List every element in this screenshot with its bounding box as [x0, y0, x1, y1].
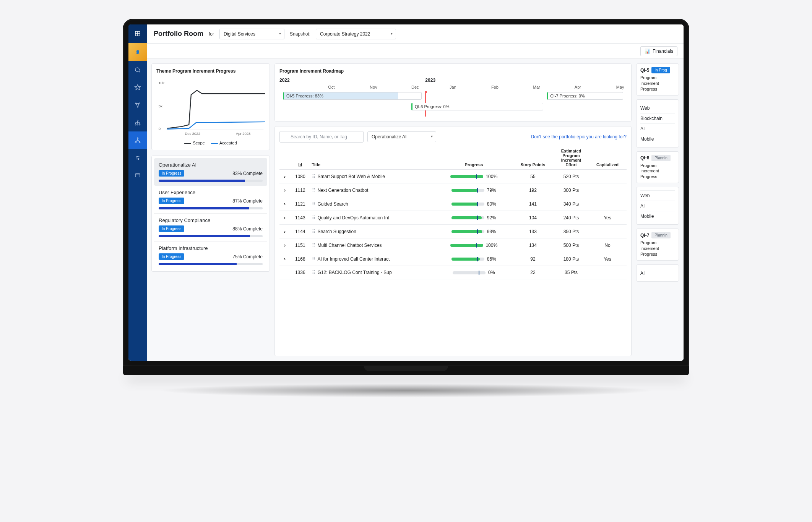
- qi-summary-card[interactable]: QI-7 Plannin Program Increment Progress: [636, 229, 679, 261]
- roadmap-bar[interactable]: QI-7 Progress: 0%: [547, 92, 623, 100]
- cell-effort: 35 Pts: [554, 266, 588, 279]
- table-row[interactable]: › 1168 ⠿AI for Improved Call Center Inte…: [279, 252, 627, 266]
- col-cap[interactable]: Capitalized: [588, 146, 627, 170]
- progress-bar: [159, 180, 263, 182]
- drag-icon[interactable]: ⠿: [312, 188, 315, 193]
- cell-id: 1080: [290, 170, 310, 183]
- col-progress[interactable]: Progress: [436, 146, 512, 170]
- col-title[interactable]: Title: [310, 146, 436, 170]
- roadmap-years: 2022 2023: [279, 77, 627, 84]
- complete-text: 75% Complete: [232, 254, 263, 259]
- expand-icon[interactable]: ›: [284, 201, 286, 207]
- missing-epic-link[interactable]: Don't see the portfolio epic you are loo…: [531, 134, 627, 139]
- cell-title: ⠿Multi Channel Chatbot Services: [310, 238, 436, 252]
- row-progress: [451, 258, 484, 261]
- qi-item[interactable]: Mobile: [640, 211, 675, 221]
- qi-item[interactable]: Mobile: [640, 134, 675, 144]
- snapshot-dropdown[interactable]: Corporate Strategy 2022: [316, 29, 396, 39]
- qi-summary-card[interactable]: QI-5 In Prog Program Increment Progress: [636, 63, 679, 96]
- content: Theme Program Increment Progress 10k 5k …: [147, 59, 684, 361]
- portfolio-icon[interactable]: [128, 131, 147, 149]
- qi-subtitle: Program Increment Progress: [640, 240, 675, 257]
- complete-text: 87% Complete: [232, 198, 263, 204]
- qi-item-list: AI: [636, 264, 679, 282]
- svg-point-11: [136, 156, 137, 157]
- search-icon[interactable]: [128, 61, 147, 79]
- cell-sp: 141: [512, 197, 554, 211]
- star-icon[interactable]: [128, 79, 147, 96]
- cell-cap: [588, 183, 627, 197]
- qi-item[interactable]: AI: [640, 268, 675, 278]
- drag-icon[interactable]: ⠿: [312, 174, 315, 179]
- table-row[interactable]: › 1080 ⠿Smart Support Bot Web & Mobile 1…: [279, 170, 627, 183]
- theme-card[interactable]: Operationalize AI In Progress 83% Comple…: [154, 158, 267, 186]
- table-row[interactable]: 1336 ⠿G12: BACKLOG Cont Training - Sup 0…: [279, 266, 627, 279]
- status-badge: In Progress: [159, 198, 184, 204]
- cell-id: 1151: [290, 238, 310, 252]
- table-row[interactable]: › 1151 ⠿Multi Channel Chatbot Services 1…: [279, 238, 627, 252]
- theme-chart-panel: Theme Program Increment Progress 10k 5k …: [151, 63, 270, 150]
- hierarchy-icon[interactable]: [128, 114, 147, 131]
- left-column: Theme Program Increment Progress 10k 5k …: [151, 63, 270, 356]
- expand-icon[interactable]: ›: [284, 256, 286, 262]
- roadmap-panel: Program Increment Roadmap 2022 2023 OctN…: [274, 63, 632, 122]
- drag-icon[interactable]: ⠿: [312, 229, 315, 234]
- card-icon[interactable]: [128, 167, 147, 184]
- theme-card[interactable]: Platform Infrastructure In Progress 75% …: [154, 241, 267, 269]
- expand-icon[interactable]: ›: [284, 187, 286, 193]
- cell-effort: 350 Pts: [554, 225, 588, 238]
- row-progress: [451, 216, 484, 219]
- filter-dropdown[interactable]: Operationalize AI: [367, 131, 436, 142]
- progress-bar: [159, 235, 263, 237]
- qi-summary-card[interactable]: QI-6 Plannin Program Increment Progress: [636, 151, 679, 183]
- status-badge: In Progress: [159, 225, 184, 232]
- cell-cap: [588, 225, 627, 238]
- theme-card[interactable]: Regulatory Compliance In Progress 88% Co…: [154, 213, 267, 241]
- table-row[interactable]: › 1143 ⠿Quality and DevOps Automation In…: [279, 211, 627, 225]
- expand-icon[interactable]: ›: [284, 173, 286, 179]
- col-id[interactable]: Id: [290, 146, 310, 170]
- roadmap-bar[interactable]: QI-6 Progress: 0%: [411, 103, 543, 110]
- app-logo[interactable]: [128, 24, 147, 43]
- portfolio-dropdown[interactable]: Digital Services: [219, 29, 284, 39]
- theme-card[interactable]: User Experience In Progress 87% Complete: [154, 186, 267, 213]
- network-icon[interactable]: [128, 96, 147, 114]
- cell-sp: 192: [512, 183, 554, 197]
- expand-icon[interactable]: ›: [284, 215, 286, 220]
- cell-cap: [588, 266, 627, 279]
- table-row[interactable]: › 1144 ⠿Search Suggestion 93% 133 350 Pt…: [279, 225, 627, 238]
- expand-icon[interactable]: ›: [284, 242, 286, 248]
- qi-item[interactable]: Web: [640, 190, 675, 201]
- qi-item[interactable]: Blockchain: [640, 113, 675, 123]
- qi-item[interactable]: AI: [640, 123, 675, 134]
- drag-icon[interactable]: ⠿: [312, 256, 315, 262]
- qi-item[interactable]: Web: [640, 103, 675, 113]
- settings-icon[interactable]: [128, 149, 147, 167]
- col-sp[interactable]: Story Points: [512, 146, 554, 170]
- expand-icon[interactable]: ›: [284, 229, 286, 234]
- svg-point-5: [135, 124, 136, 125]
- qi-item-list: WebBlockchainAIMobile: [636, 99, 679, 148]
- user-avatar[interactable]: 👤: [128, 43, 147, 61]
- page-title: Portfolio Room: [154, 30, 203, 38]
- qi-status-badge: Plannin: [651, 232, 670, 238]
- qi-item[interactable]: AI: [640, 201, 675, 211]
- cell-id: 1144: [290, 225, 310, 238]
- cell-cap: [588, 197, 627, 211]
- drag-icon[interactable]: ⠿: [312, 243, 315, 248]
- financials-button[interactable]: 📊 Financials: [640, 46, 677, 56]
- epic-table: Id Title Progress Story Points Estimated…: [279, 146, 627, 351]
- search-input[interactable]: Search by ID, Name, or Tag: [279, 131, 364, 143]
- month-tick: Jan: [450, 85, 456, 89]
- table-row[interactable]: › 1121 ⠿Guided Search 80% 141 340 Pts: [279, 197, 627, 211]
- row-progress: [451, 203, 484, 206]
- drag-icon[interactable]: ⠿: [312, 215, 315, 220]
- for-label: for: [209, 31, 214, 37]
- month-tick: Oct: [328, 85, 335, 89]
- table-row[interactable]: › 1112 ⠿Next Generation Chatbot 79% 192 …: [279, 183, 627, 197]
- drag-icon[interactable]: ⠿: [312, 270, 315, 275]
- drag-icon[interactable]: ⠿: [312, 201, 315, 207]
- col-effort[interactable]: Estimated Program Increment Effort: [554, 146, 588, 170]
- roadmap-bar[interactable]: QI-5 Progress: 83%: [283, 92, 422, 100]
- cell-cap: No: [588, 238, 627, 252]
